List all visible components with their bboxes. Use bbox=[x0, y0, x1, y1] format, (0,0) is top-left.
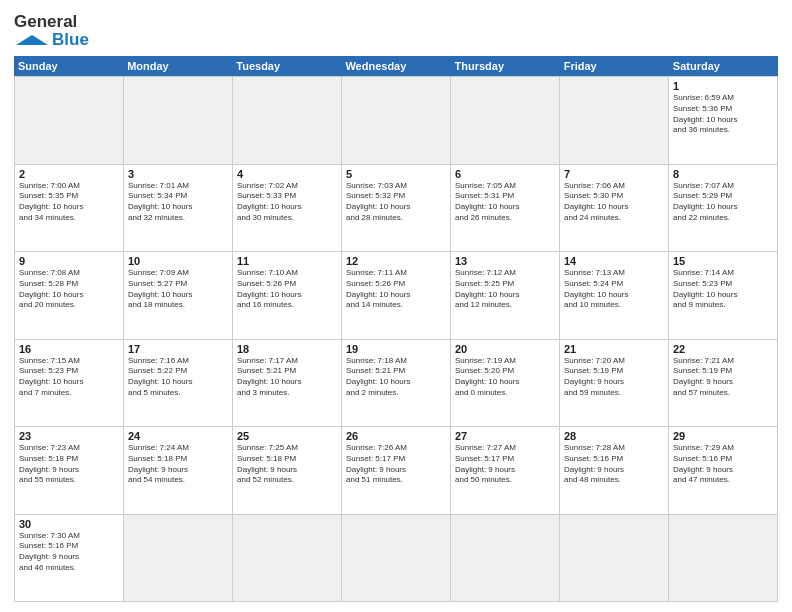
day-info: Sunrise: 7:00 AM Sunset: 5:35 PM Dayligh… bbox=[19, 181, 119, 224]
day-cell-26: 26Sunrise: 7:26 AM Sunset: 5:17 PM Dayli… bbox=[342, 427, 451, 514]
day-number: 14 bbox=[564, 255, 664, 267]
day-number: 27 bbox=[455, 430, 555, 442]
logo-icon bbox=[14, 33, 50, 47]
calendar-header: SundayMondayTuesdayWednesdayThursdayFrid… bbox=[14, 56, 778, 76]
day-cell-15: 15Sunrise: 7:14 AM Sunset: 5:23 PM Dayli… bbox=[669, 252, 778, 339]
day-number: 7 bbox=[564, 168, 664, 180]
day-info: Sunrise: 7:11 AM Sunset: 5:26 PM Dayligh… bbox=[346, 268, 446, 311]
empty-cell bbox=[15, 77, 124, 164]
header-cell-sunday: Sunday bbox=[14, 56, 123, 76]
day-number: 29 bbox=[673, 430, 773, 442]
day-info: Sunrise: 7:05 AM Sunset: 5:31 PM Dayligh… bbox=[455, 181, 555, 224]
empty-cell bbox=[342, 77, 451, 164]
header-cell-wednesday: Wednesday bbox=[341, 56, 450, 76]
day-cell-22: 22Sunrise: 7:21 AM Sunset: 5:19 PM Dayli… bbox=[669, 340, 778, 427]
day-cell-13: 13Sunrise: 7:12 AM Sunset: 5:25 PM Dayli… bbox=[451, 252, 560, 339]
day-info: Sunrise: 7:06 AM Sunset: 5:30 PM Dayligh… bbox=[564, 181, 664, 224]
day-cell-19: 19Sunrise: 7:18 AM Sunset: 5:21 PM Dayli… bbox=[342, 340, 451, 427]
day-number: 15 bbox=[673, 255, 773, 267]
calendar-row-2: 2Sunrise: 7:00 AM Sunset: 5:35 PM Daylig… bbox=[15, 165, 778, 253]
logo-general-text: General bbox=[14, 12, 77, 32]
day-cell-16: 16Sunrise: 7:15 AM Sunset: 5:23 PM Dayli… bbox=[15, 340, 124, 427]
page: General Blue SundayMondayTuesdayWednesda… bbox=[0, 0, 792, 612]
header-cell-monday: Monday bbox=[123, 56, 232, 76]
empty-cell bbox=[233, 515, 342, 602]
day-cell-3: 3Sunrise: 7:01 AM Sunset: 5:34 PM Daylig… bbox=[124, 165, 233, 252]
day-number: 9 bbox=[19, 255, 119, 267]
day-number: 10 bbox=[128, 255, 228, 267]
day-cell-18: 18Sunrise: 7:17 AM Sunset: 5:21 PM Dayli… bbox=[233, 340, 342, 427]
day-info: Sunrise: 6:59 AM Sunset: 5:36 PM Dayligh… bbox=[673, 93, 773, 136]
day-cell-8: 8Sunrise: 7:07 AM Sunset: 5:29 PM Daylig… bbox=[669, 165, 778, 252]
day-number: 6 bbox=[455, 168, 555, 180]
calendar: SundayMondayTuesdayWednesdayThursdayFrid… bbox=[14, 56, 778, 602]
day-number: 22 bbox=[673, 343, 773, 355]
day-cell-27: 27Sunrise: 7:27 AM Sunset: 5:17 PM Dayli… bbox=[451, 427, 560, 514]
empty-cell bbox=[233, 77, 342, 164]
empty-cell bbox=[451, 77, 560, 164]
day-cell-24: 24Sunrise: 7:24 AM Sunset: 5:18 PM Dayli… bbox=[124, 427, 233, 514]
day-cell-20: 20Sunrise: 7:19 AM Sunset: 5:20 PM Dayli… bbox=[451, 340, 560, 427]
calendar-row-5: 23Sunrise: 7:23 AM Sunset: 5:18 PM Dayli… bbox=[15, 427, 778, 515]
day-cell-9: 9Sunrise: 7:08 AM Sunset: 5:28 PM Daylig… bbox=[15, 252, 124, 339]
empty-cell bbox=[669, 515, 778, 602]
day-info: Sunrise: 7:01 AM Sunset: 5:34 PM Dayligh… bbox=[128, 181, 228, 224]
day-cell-7: 7Sunrise: 7:06 AM Sunset: 5:30 PM Daylig… bbox=[560, 165, 669, 252]
empty-cell bbox=[560, 77, 669, 164]
day-cell-17: 17Sunrise: 7:16 AM Sunset: 5:22 PM Dayli… bbox=[124, 340, 233, 427]
day-cell-28: 28Sunrise: 7:28 AM Sunset: 5:16 PM Dayli… bbox=[560, 427, 669, 514]
day-info: Sunrise: 7:07 AM Sunset: 5:29 PM Dayligh… bbox=[673, 181, 773, 224]
header-cell-saturday: Saturday bbox=[669, 56, 778, 76]
day-cell-6: 6Sunrise: 7:05 AM Sunset: 5:31 PM Daylig… bbox=[451, 165, 560, 252]
empty-cell bbox=[342, 515, 451, 602]
day-info: Sunrise: 7:29 AM Sunset: 5:16 PM Dayligh… bbox=[673, 443, 773, 486]
day-number: 17 bbox=[128, 343, 228, 355]
day-cell-2: 2Sunrise: 7:00 AM Sunset: 5:35 PM Daylig… bbox=[15, 165, 124, 252]
calendar-row-1: 1Sunrise: 6:59 AM Sunset: 5:36 PM Daylig… bbox=[15, 77, 778, 165]
day-info: Sunrise: 7:23 AM Sunset: 5:18 PM Dayligh… bbox=[19, 443, 119, 486]
calendar-row-4: 16Sunrise: 7:15 AM Sunset: 5:23 PM Dayli… bbox=[15, 340, 778, 428]
day-info: Sunrise: 7:02 AM Sunset: 5:33 PM Dayligh… bbox=[237, 181, 337, 224]
header-cell-thursday: Thursday bbox=[451, 56, 560, 76]
day-number: 1 bbox=[673, 80, 773, 92]
day-info: Sunrise: 7:18 AM Sunset: 5:21 PM Dayligh… bbox=[346, 356, 446, 399]
header-cell-tuesday: Tuesday bbox=[232, 56, 341, 76]
calendar-body: 1Sunrise: 6:59 AM Sunset: 5:36 PM Daylig… bbox=[14, 76, 778, 602]
logo-area: General Blue bbox=[14, 12, 89, 50]
day-cell-14: 14Sunrise: 7:13 AM Sunset: 5:24 PM Dayli… bbox=[560, 252, 669, 339]
day-info: Sunrise: 7:19 AM Sunset: 5:20 PM Dayligh… bbox=[455, 356, 555, 399]
day-cell-5: 5Sunrise: 7:03 AM Sunset: 5:32 PM Daylig… bbox=[342, 165, 451, 252]
day-number: 30 bbox=[19, 518, 119, 530]
day-cell-29: 29Sunrise: 7:29 AM Sunset: 5:16 PM Dayli… bbox=[669, 427, 778, 514]
day-number: 4 bbox=[237, 168, 337, 180]
empty-cell bbox=[124, 77, 233, 164]
empty-cell bbox=[560, 515, 669, 602]
calendar-row-6: 30Sunrise: 7:30 AM Sunset: 5:16 PM Dayli… bbox=[15, 515, 778, 603]
day-number: 16 bbox=[19, 343, 119, 355]
empty-cell bbox=[124, 515, 233, 602]
day-number: 18 bbox=[237, 343, 337, 355]
day-info: Sunrise: 7:30 AM Sunset: 5:16 PM Dayligh… bbox=[19, 531, 119, 574]
day-number: 11 bbox=[237, 255, 337, 267]
day-number: 21 bbox=[564, 343, 664, 355]
day-cell-21: 21Sunrise: 7:20 AM Sunset: 5:19 PM Dayli… bbox=[560, 340, 669, 427]
day-number: 26 bbox=[346, 430, 446, 442]
empty-cell bbox=[451, 515, 560, 602]
day-number: 2 bbox=[19, 168, 119, 180]
day-number: 25 bbox=[237, 430, 337, 442]
day-info: Sunrise: 7:13 AM Sunset: 5:24 PM Dayligh… bbox=[564, 268, 664, 311]
day-info: Sunrise: 7:21 AM Sunset: 5:19 PM Dayligh… bbox=[673, 356, 773, 399]
day-number: 8 bbox=[673, 168, 773, 180]
day-info: Sunrise: 7:25 AM Sunset: 5:18 PM Dayligh… bbox=[237, 443, 337, 486]
day-cell-23: 23Sunrise: 7:23 AM Sunset: 5:18 PM Dayli… bbox=[15, 427, 124, 514]
day-number: 12 bbox=[346, 255, 446, 267]
day-number: 28 bbox=[564, 430, 664, 442]
day-info: Sunrise: 7:08 AM Sunset: 5:28 PM Dayligh… bbox=[19, 268, 119, 311]
day-cell-25: 25Sunrise: 7:25 AM Sunset: 5:18 PM Dayli… bbox=[233, 427, 342, 514]
day-number: 13 bbox=[455, 255, 555, 267]
day-number: 20 bbox=[455, 343, 555, 355]
day-info: Sunrise: 7:09 AM Sunset: 5:27 PM Dayligh… bbox=[128, 268, 228, 311]
day-info: Sunrise: 7:26 AM Sunset: 5:17 PM Dayligh… bbox=[346, 443, 446, 486]
day-info: Sunrise: 7:17 AM Sunset: 5:21 PM Dayligh… bbox=[237, 356, 337, 399]
svg-marker-0 bbox=[16, 35, 48, 45]
